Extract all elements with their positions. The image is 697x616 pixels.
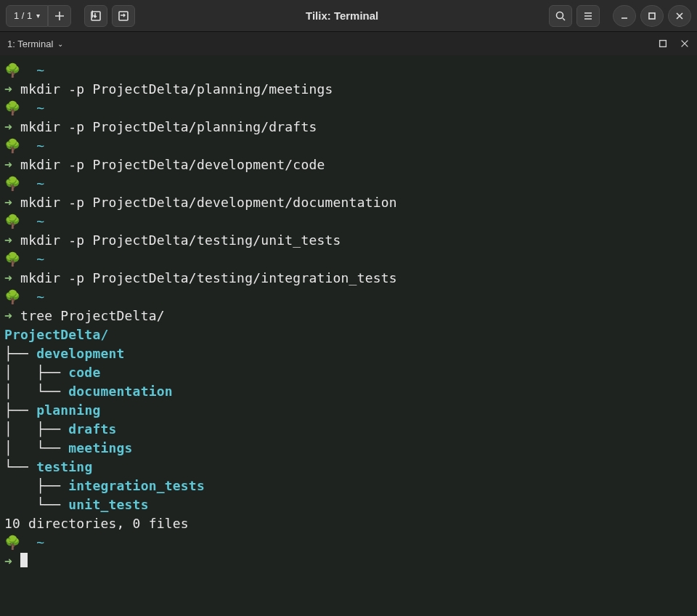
session-count-button[interactable]: 1 / 1 ▾	[6, 5, 48, 27]
prompt-arrow: ➜	[4, 81, 12, 97]
hamburger-icon	[582, 10, 594, 22]
active-prompt[interactable]: ➜	[4, 552, 693, 571]
tree-connector: │ └──	[4, 440, 68, 455]
tree-summary: 10 directories, 0 files	[4, 514, 693, 533]
tree-icon: 🌳	[4, 212, 20, 231]
prompt-line: 🌳 ~	[4, 288, 693, 307]
headerbar: 1 / 1 ▾ Tilix: Terminal	[0, 0, 697, 32]
command-line: ➜ mkdir -p ProjectDelta/planning/drafts	[4, 118, 693, 137]
split-right-button[interactable]	[112, 5, 135, 27]
tree-entry: development	[36, 346, 124, 361]
search-button[interactable]	[549, 5, 572, 27]
tree-connector: └──	[4, 459, 36, 474]
command-text: mkdir -p ProjectDelta/testing/integratio…	[20, 270, 397, 285]
prompt-arrow: ➜	[4, 308, 12, 323]
tree-line: │ └── documentation	[4, 382, 693, 401]
restore-icon[interactable]	[658, 38, 668, 49]
tree-root: ProjectDelta/	[4, 325, 693, 344]
tree-entry: unit_tests	[68, 497, 148, 512]
close-icon	[674, 10, 685, 22]
tree-line: │ ├── code	[4, 363, 693, 382]
tree-entry: meetings	[68, 440, 132, 455]
command-line: ➜ mkdir -p ProjectDelta/testing/unit_tes…	[4, 231, 693, 250]
tree-connector: └──	[4, 497, 68, 512]
headerbar-right	[549, 5, 691, 27]
terminal-title-actions	[658, 38, 690, 49]
command-text: mkdir -p ProjectDelta/development/code	[20, 157, 325, 172]
terminal-title-label: 1: Terminal	[7, 38, 53, 49]
split-down-button[interactable]	[84, 5, 107, 27]
text-cursor	[20, 553, 28, 567]
tree-line: ├── planning	[4, 401, 693, 420]
prompt-arrow: ➜	[4, 157, 12, 172]
command-text: mkdir -p ProjectDelta/development/docume…	[20, 195, 397, 210]
prompt-cwd: ~	[36, 100, 44, 115]
svg-rect-3	[649, 13, 655, 19]
tree-connector: │ ├──	[4, 365, 68, 380]
tree-entry: planning	[36, 402, 100, 418]
tree-summary-text: 10 directories, 0 files	[4, 516, 189, 531]
tree-connector: │ ├──	[4, 421, 68, 437]
tree-entry: drafts	[68, 421, 116, 437]
prompt-cwd: ~	[36, 251, 44, 267]
add-session-button[interactable]	[48, 5, 71, 27]
svg-rect-1	[119, 12, 128, 20]
tree-line: └── testing	[4, 458, 693, 477]
tree-line: │ └── meetings	[4, 439, 693, 458]
search-icon	[555, 10, 566, 22]
minimize-button[interactable]	[613, 5, 636, 27]
command-text: mkdir -p ProjectDelta/planning/drafts	[20, 119, 317, 134]
prompt-cwd: ~	[36, 138, 44, 153]
prompt-line: 🌳 ~	[4, 174, 693, 193]
maximize-icon	[646, 10, 658, 22]
tree-line: ├── development	[4, 344, 693, 363]
tree-icon: 🌳	[4, 533, 20, 552]
split-down-icon	[90, 10, 102, 22]
svg-point-2	[557, 12, 563, 18]
command-line: ➜ mkdir -p ProjectDelta/planning/meeting…	[4, 80, 693, 99]
menu-button[interactable]	[576, 5, 600, 27]
tree-connector: ├──	[4, 346, 36, 361]
tree-icon: 🌳	[4, 61, 20, 80]
prompt-cwd: ~	[36, 176, 44, 191]
session-count-label: 1 / 1	[14, 10, 32, 21]
prompt-line: 🌳 ~	[4, 137, 693, 155]
prompt-arrow: ➜	[4, 119, 12, 134]
minimize-icon	[619, 10, 630, 22]
tree-icon: 🌳	[4, 250, 20, 269]
chevron-down-icon: ▾	[36, 12, 40, 20]
tree-icon: 🌳	[4, 99, 20, 118]
command-line: ➜ mkdir -p ProjectDelta/development/docu…	[4, 193, 693, 212]
prompt-line: 🌳 ~	[4, 250, 693, 269]
command-text: tree ProjectDelta/	[20, 308, 165, 323]
command-line: ➜ mkdir -p ProjectDelta/testing/integrat…	[4, 269, 693, 288]
prompt-arrow: ➜	[4, 270, 12, 285]
prompt-cwd: ~	[36, 62, 44, 78]
terminal-title-dropdown[interactable]: 1: Terminal ⌄	[7, 38, 63, 49]
maximize-button[interactable]	[640, 5, 664, 27]
close-terminal-icon[interactable]	[680, 38, 690, 49]
prompt-line: 🌳 ~	[4, 533, 693, 552]
prompt-arrow: ➜	[4, 232, 12, 248]
plus-icon	[54, 10, 65, 22]
tree-connector: ├──	[4, 478, 68, 493]
prompt-cwd: ~	[36, 214, 44, 229]
tree-entry: documentation	[68, 384, 172, 399]
prompt-arrow: ➜	[4, 554, 12, 569]
tree-entry: code	[68, 365, 100, 380]
tree-line: │ ├── drafts	[4, 420, 693, 439]
command-line: ➜ tree ProjectDelta/	[4, 307, 693, 325]
svg-rect-4	[660, 41, 667, 47]
command-text: mkdir -p ProjectDelta/planning/meetings	[20, 81, 333, 97]
prompt-cwd: ~	[36, 535, 44, 550]
prompt-cwd: ~	[36, 289, 44, 304]
tree-entry: testing	[36, 459, 92, 474]
terminal-viewport[interactable]: 🌳 ~➜ mkdir -p ProjectDelta/planning/meet…	[0, 55, 697, 616]
tree-icon: 🌳	[4, 174, 20, 193]
tree-icon: 🌳	[4, 137, 20, 155]
tree-line: ├── integration_tests	[4, 477, 693, 495]
prompt-line: 🌳 ~	[4, 61, 693, 80]
close-button[interactable]	[668, 5, 691, 27]
prompt-arrow: ➜	[4, 195, 12, 210]
prompt-line: 🌳 ~	[4, 212, 693, 231]
